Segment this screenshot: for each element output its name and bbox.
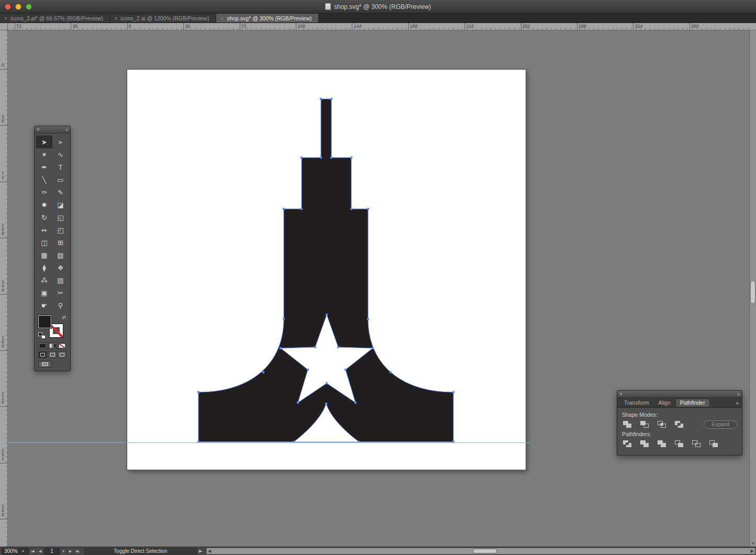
anchor-point[interactable]: [330, 157, 332, 159]
ruler-vertical[interactable]: 03672108144180216252288: [0, 30, 8, 547]
slice-tool[interactable]: ✂: [52, 286, 69, 299]
scale-tool[interactable]: ◱: [52, 211, 69, 224]
draw-inside-button[interactable]: [58, 351, 66, 358]
anchor-point[interactable]: [301, 157, 303, 159]
tab-shop-svg[interactable]: × shop.svg* @ 300% (RGB/Preview): [216, 14, 319, 23]
anchor-point[interactable]: [307, 369, 309, 371]
none-button[interactable]: [58, 342, 66, 349]
unite-button[interactable]: [622, 420, 632, 429]
gradient-button[interactable]: [48, 342, 57, 349]
status-display[interactable]: Toggle Direct Selection: [84, 548, 197, 554]
fill-swatch[interactable]: [38, 315, 51, 328]
merge-button[interactable]: [657, 439, 667, 448]
anchor-point[interactable]: [262, 371, 264, 373]
anchor-point[interactable]: [283, 208, 285, 210]
anchor-point[interactable]: [320, 157, 322, 159]
blend-tool[interactable]: ❖: [52, 261, 69, 274]
paintbrush-tool[interactable]: ✑: [36, 186, 52, 198]
artboard[interactable]: [127, 69, 526, 470]
anchor-point[interactable]: [280, 347, 282, 349]
artboard-tool[interactable]: ▣: [36, 286, 52, 299]
panel-menu-icon[interactable]: ≡: [736, 401, 739, 406]
vertical-scrollbar[interactable]: ▼: [749, 30, 756, 547]
outline-button[interactable]: [691, 439, 702, 448]
gradient-tool[interactable]: ▧: [52, 249, 69, 261]
previous-page-button[interactable]: ◀: [36, 549, 43, 553]
anchor-point[interactable]: [320, 98, 322, 100]
width-tool[interactable]: ↭: [36, 224, 52, 236]
close-icon[interactable]: ×: [619, 392, 622, 397]
page-number-field[interactable]: 1: [44, 548, 60, 554]
direct-selection-tool[interactable]: ➢: [52, 136, 69, 148]
rectangle-tool[interactable]: ▭: [52, 173, 69, 186]
anchor-point[interactable]: [283, 318, 285, 320]
first-page-button[interactable]: |◀: [29, 549, 36, 553]
divide-button[interactable]: [622, 439, 632, 448]
minus-front-button[interactable]: [639, 420, 650, 429]
trim-button[interactable]: [639, 439, 650, 448]
selection-tool[interactable]: ➤: [36, 136, 52, 148]
anchor-point[interactable]: [367, 208, 369, 210]
anchor-point[interactable]: [330, 98, 332, 100]
pencil-tool[interactable]: ✎: [52, 186, 69, 198]
lasso-tool[interactable]: ∿: [52, 148, 69, 161]
zoom-level-dropdown[interactable]: 300% ▼: [2, 548, 29, 554]
tab-icons-2[interactable]: × icons_2.ai @ 1200% (RGB/Preview): [110, 14, 216, 23]
minus-back-button[interactable]: [708, 439, 719, 448]
draw-normal-button[interactable]: [38, 351, 47, 358]
magic-wand-tool[interactable]: ✶: [36, 148, 52, 161]
horizontal-scrollbar[interactable]: ◀ ▶: [206, 548, 755, 554]
zoom-tool[interactable]: ⚲: [52, 299, 69, 312]
anchor-point[interactable]: [390, 371, 392, 373]
mesh-tool[interactable]: ▦: [36, 249, 52, 261]
anchor-point[interactable]: [197, 391, 199, 393]
next-page-button[interactable]: ▶: [66, 549, 74, 553]
anchor-point[interactable]: [350, 208, 352, 210]
crop-button[interactable]: [674, 439, 684, 448]
collapse-icon[interactable]: «: [737, 392, 740, 397]
scroll-down-icon[interactable]: ▼: [750, 541, 756, 546]
anchor-point[interactable]: [314, 346, 316, 348]
close-icon[interactable]: ×: [37, 127, 40, 132]
shape-builder-tool[interactable]: ◫: [36, 236, 52, 249]
vertical-scrollbar-thumb[interactable]: [750, 281, 755, 304]
anchor-point[interactable]: [452, 391, 454, 393]
screen-mode-button[interactable]: [38, 361, 52, 368]
zoom-window-button[interactable]: [26, 4, 32, 10]
perspective-grid-tool[interactable]: ⊞: [52, 236, 69, 249]
close-icon[interactable]: ×: [114, 16, 117, 21]
last-page-button[interactable]: ▶|: [74, 549, 81, 553]
anchor-point[interactable]: [344, 369, 347, 371]
anchor-point[interactable]: [350, 157, 352, 159]
stroke-swatch[interactable]: [50, 324, 63, 337]
shop-icon-shape[interactable]: [198, 99, 453, 442]
ruler-origin-corner[interactable]: [0, 23, 8, 30]
close-icon[interactable]: ×: [220, 16, 224, 21]
anchor-point[interactable]: [326, 382, 328, 384]
anchor-point[interactable]: [337, 346, 339, 348]
canvas-area[interactable]: × « ➤➢✶∿✒T╲▭✑✎✹◪↻◱↭◰◫⊞▦▧⧫❖⁂▤▣✂☛⚲ ⇄: [8, 30, 749, 547]
free-transform-tool[interactable]: ◰: [52, 224, 69, 236]
blob-brush-tool[interactable]: ✹: [36, 198, 52, 211]
anchor-point[interactable]: [326, 314, 328, 316]
column-graph-tool[interactable]: ▤: [52, 274, 69, 286]
expand-button[interactable]: Expand: [704, 420, 737, 429]
anchor-point[interactable]: [325, 403, 327, 405]
anchor-point[interactable]: [367, 318, 369, 320]
page-dropdown-icon[interactable]: ▼: [60, 550, 66, 553]
rotate-tool[interactable]: ↻: [36, 211, 52, 224]
minimize-window-button[interactable]: [15, 4, 21, 10]
tab-transform[interactable]: Transform: [619, 398, 653, 407]
tab-pathfinder[interactable]: Pathfinder: [675, 398, 710, 407]
tab-align[interactable]: Align: [653, 398, 675, 407]
scroll-right-icon[interactable]: ▶: [751, 549, 754, 553]
collapse-icon[interactable]: «: [65, 127, 68, 132]
close-icon[interactable]: ×: [4, 16, 7, 21]
tab-icons-3[interactable]: × icons_3.ai* @ 66.67% (RGB/Preview): [0, 14, 110, 23]
symbol-sprayer-tool[interactable]: ⁂: [36, 274, 52, 286]
line-segment-tool[interactable]: ╲: [36, 173, 52, 186]
horizontal-scrollbar-thumb[interactable]: [473, 549, 497, 553]
status-menu-icon[interactable]: ▶: [197, 549, 204, 553]
eyedropper-tool[interactable]: ⧫: [36, 261, 52, 274]
scroll-left-icon[interactable]: ◀: [208, 549, 211, 553]
